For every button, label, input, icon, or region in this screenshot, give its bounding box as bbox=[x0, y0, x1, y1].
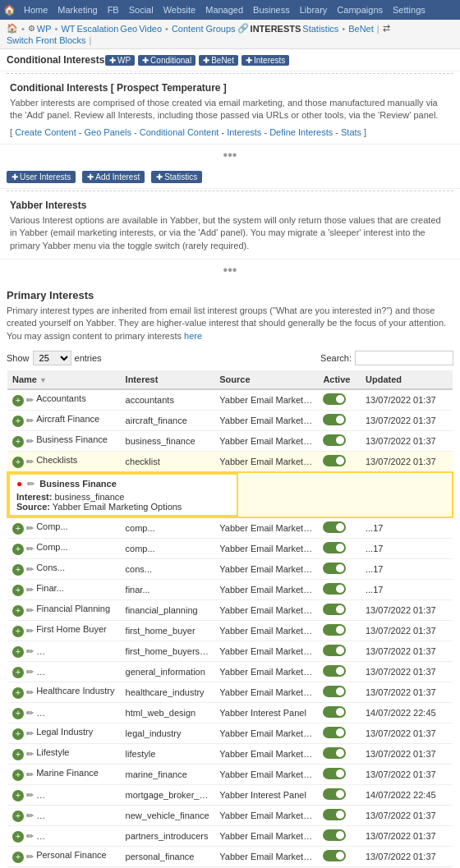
add-row-button[interactable]: + bbox=[12, 416, 24, 427]
add-interest-button[interactable]: ✚ Add Interest bbox=[82, 171, 145, 183]
col-active[interactable]: Active bbox=[318, 370, 361, 389]
nav-business[interactable]: Business bbox=[248, 5, 295, 15]
nav-home[interactable]: Home bbox=[19, 5, 53, 15]
breadcrumb-wt[interactable]: WT bbox=[61, 24, 75, 34]
breadcrumb-statistics[interactable]: Statistics bbox=[302, 24, 338, 34]
add-row-button[interactable]: + bbox=[12, 852, 24, 863]
user-interests-button[interactable]: ✚ User Interests bbox=[7, 171, 76, 183]
add-row-button[interactable]: + bbox=[12, 585, 24, 596]
edit-icon[interactable]: ✏ bbox=[26, 831, 34, 841]
statistics-button[interactable]: ✚ Statistics bbox=[151, 171, 202, 183]
breadcrumb-content-groups[interactable]: Content Groups bbox=[172, 24, 236, 34]
active-toggle[interactable] bbox=[323, 455, 346, 466]
active-toggle[interactable] bbox=[323, 727, 346, 738]
nav-campaigns[interactable]: Campaigns bbox=[332, 5, 388, 15]
active-toggle[interactable] bbox=[323, 604, 346, 615]
edit-icon[interactable]: ✏ bbox=[26, 790, 34, 800]
edit-icon[interactable]: ✏ bbox=[26, 457, 34, 466]
add-row-button[interactable]: + bbox=[12, 457, 24, 468]
edit-icon[interactable]: ✏ bbox=[26, 769, 34, 779]
edit-icon[interactable]: ✏ bbox=[26, 749, 34, 759]
edit-icon[interactable]: ✏ bbox=[26, 708, 34, 718]
edit-icon[interactable]: ✏ bbox=[26, 564, 34, 574]
breadcrumb-wp[interactable]: WP bbox=[37, 24, 52, 34]
add-row-button[interactable]: + bbox=[12, 728, 24, 740]
link-create-content[interactable]: Create Content bbox=[15, 127, 76, 137]
edit-icon[interactable]: ✏ bbox=[26, 395, 34, 405]
breadcrumb-switch-front-blocks[interactable]: Switch Front Blocks bbox=[7, 35, 86, 45]
add-row-button[interactable]: + bbox=[12, 708, 24, 719]
add-row-button[interactable]: + bbox=[12, 769, 24, 781]
edit-icon[interactable]: ✏ bbox=[26, 585, 34, 595]
add-row-button[interactable]: + bbox=[12, 749, 24, 760]
breadcrumb-video[interactable]: Video bbox=[139, 24, 162, 34]
add-row-button[interactable]: + bbox=[12, 831, 24, 843]
active-toggle[interactable] bbox=[323, 829, 346, 841]
nav-library[interactable]: Library bbox=[295, 5, 333, 15]
link-define-interests[interactable]: Define Interests bbox=[269, 127, 333, 137]
active-toggle[interactable] bbox=[323, 686, 346, 697]
add-row-button[interactable]: + bbox=[12, 436, 24, 448]
add-row-button[interactable]: + bbox=[12, 605, 24, 617]
active-toggle[interactable] bbox=[323, 747, 346, 759]
primary-entries-select[interactable]: 10 25 50 100 bbox=[33, 351, 71, 365]
active-toggle[interactable] bbox=[323, 414, 346, 425]
col-interest[interactable]: Interest bbox=[121, 370, 215, 389]
edit-icon[interactable]: ✏ bbox=[26, 667, 34, 677]
col-updated[interactable]: Updated bbox=[361, 370, 453, 389]
active-toggle[interactable] bbox=[323, 563, 346, 574]
link-conditional-content[interactable]: Conditional Content bbox=[140, 127, 219, 137]
primary-interests-link[interactable]: here bbox=[184, 331, 202, 341]
edit-icon[interactable]: ✏ bbox=[26, 646, 34, 656]
active-toggle[interactable] bbox=[323, 434, 346, 446]
nav-marketing[interactable]: Marketing bbox=[53, 5, 102, 15]
active-toggle[interactable] bbox=[323, 393, 346, 405]
link-geo-panels[interactable]: Geo Panels bbox=[85, 127, 131, 137]
active-toggle[interactable] bbox=[323, 624, 346, 636]
breadcrumb-escalation[interactable]: Escalation bbox=[77, 24, 119, 34]
edit-icon[interactable]: ✏ bbox=[26, 436, 34, 446]
active-toggle[interactable] bbox=[323, 809, 346, 820]
tooltip-edit-icon[interactable]: ✏ bbox=[27, 479, 34, 489]
add-row-button[interactable]: + bbox=[12, 687, 24, 699]
nav-settings[interactable]: Settings bbox=[388, 5, 430, 15]
active-toggle[interactable] bbox=[323, 768, 346, 779]
edit-icon[interactable]: ✏ bbox=[26, 852, 34, 861]
primary-search-input[interactable] bbox=[355, 351, 453, 365]
edit-icon[interactable]: ✏ bbox=[26, 544, 34, 553]
add-row-button[interactable]: + bbox=[12, 790, 24, 801]
nav-managed[interactable]: Managed bbox=[200, 5, 248, 15]
active-toggle[interactable] bbox=[323, 706, 346, 718]
add-row-button[interactable]: + bbox=[12, 667, 24, 678]
active-toggle[interactable] bbox=[323, 850, 346, 861]
nav-website[interactable]: Website bbox=[159, 5, 201, 15]
breadcrumb-geo[interactable]: Geo bbox=[120, 24, 137, 34]
nav-social[interactable]: Social bbox=[124, 5, 159, 15]
col-name[interactable]: Name ▼ bbox=[7, 370, 121, 389]
edit-icon[interactable]: ✏ bbox=[26, 728, 34, 738]
edit-icon[interactable]: ✏ bbox=[26, 605, 34, 615]
active-toggle[interactable] bbox=[323, 788, 346, 800]
add-row-button[interactable]: + bbox=[12, 811, 24, 822]
edit-icon[interactable]: ✏ bbox=[26, 811, 34, 820]
breadcrumb-benet[interactable]: BeNet bbox=[348, 24, 374, 34]
nav-fb[interactable]: FB bbox=[103, 5, 124, 15]
add-row-button[interactable]: + bbox=[12, 395, 24, 406]
active-toggle[interactable] bbox=[323, 521, 346, 533]
add-row-button[interactable]: + bbox=[12, 523, 24, 535]
add-row-button[interactable]: + bbox=[12, 544, 24, 555]
link-stats[interactable]: Stats bbox=[341, 127, 361, 137]
edit-icon[interactable]: ✏ bbox=[26, 687, 34, 697]
add-row-button[interactable]: + bbox=[12, 646, 24, 658]
active-toggle[interactable] bbox=[323, 645, 346, 656]
edit-icon[interactable]: ✏ bbox=[26, 523, 34, 533]
link-interests[interactable]: Interests bbox=[227, 127, 261, 137]
col-source[interactable]: Source bbox=[214, 370, 318, 389]
active-toggle[interactable] bbox=[323, 665, 346, 677]
add-row-button[interactable]: + bbox=[12, 626, 24, 637]
active-toggle[interactable] bbox=[323, 583, 346, 595]
edit-icon[interactable]: ✏ bbox=[26, 626, 34, 636]
edit-icon[interactable]: ✏ bbox=[26, 416, 34, 425]
add-row-button[interactable]: + bbox=[12, 564, 24, 576]
active-toggle[interactable] bbox=[323, 542, 346, 553]
